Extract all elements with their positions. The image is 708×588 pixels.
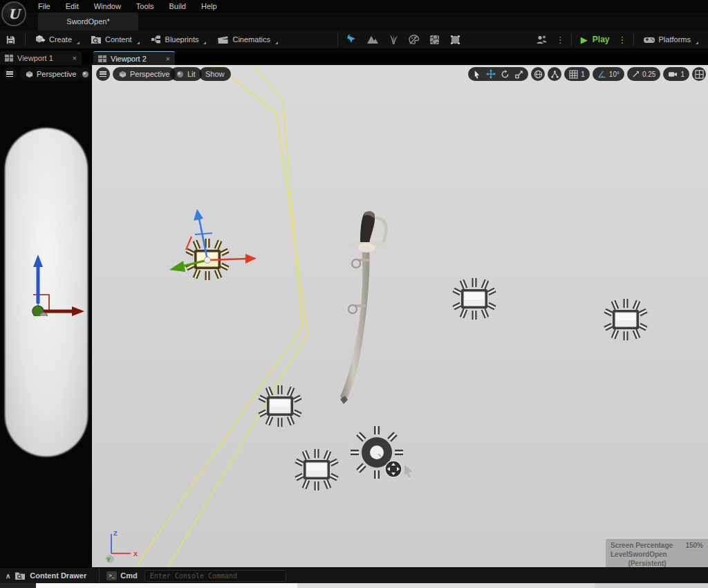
viewport2-menu-button[interactable] <box>96 67 110 81</box>
rect-light-icon[interactable] <box>294 447 339 493</box>
sword-mesh[interactable] <box>335 208 398 408</box>
menu-build[interactable]: Build <box>162 1 194 12</box>
transform-tools-group <box>468 67 528 81</box>
quad-view-button[interactable] <box>692 67 706 81</box>
unreal-editor-window: U File Edit Window Tools Build Help Swor… <box>0 0 708 588</box>
dropdown-corner-icon <box>696 42 698 44</box>
menu-help[interactable]: Help <box>194 1 225 12</box>
viewport-tab-strip: Viewport 1 × Viewport 2 × <box>0 51 708 65</box>
mode-foliage-button[interactable] <box>383 31 404 48</box>
menu-window[interactable]: Window <box>86 1 129 12</box>
content-drawer-button[interactable]: ∧ Content Drawer <box>0 571 92 580</box>
grid-snap-button[interactable]: 1 <box>564 67 590 81</box>
viewport2-perspective-button[interactable]: Perspective <box>113 67 176 81</box>
menu-tools[interactable]: Tools <box>129 1 162 12</box>
menu-file[interactable]: File <box>30 1 58 12</box>
play-label: Play <box>593 35 610 44</box>
selected-rect-light-with-gizmo[interactable] <box>156 206 259 310</box>
mode-fracture-button[interactable] <box>425 31 445 48</box>
console-command-input[interactable] <box>145 570 286 582</box>
unreal-logo-icon[interactable]: U <box>1 1 26 26</box>
close-icon[interactable]: × <box>73 54 77 62</box>
menu-edit[interactable]: Edit <box>58 1 86 12</box>
level-label: Level <box>611 550 628 567</box>
viewport-1-panel[interactable]: Perspective <box>0 65 92 567</box>
hamburger-icon <box>100 71 106 77</box>
viewport2-perspective-label: Perspective <box>130 70 169 78</box>
select-tool-icon[interactable] <box>473 70 481 79</box>
surface-snap-button[interactable] <box>548 67 561 81</box>
main-toolbar: Create Content Blueprints <box>0 30 708 50</box>
sword-knucklebow <box>373 217 388 244</box>
camera-speed-button[interactable]: 1 <box>663 67 689 81</box>
multi-user-icon <box>536 35 548 45</box>
viewport2-toolbar: 1 10° 0.25 <box>468 67 706 81</box>
play-button[interactable]: ▶ Play <box>575 31 615 48</box>
dropdown-corner-icon <box>137 42 140 44</box>
sword-scabbard <box>340 246 369 401</box>
mode-landscape-button[interactable] <box>362 31 383 48</box>
viewport-2-panel[interactable]: Perspective Lit Show <box>92 65 708 567</box>
axis-y-label: Y <box>106 556 111 563</box>
scale-tool-icon[interactable] <box>514 70 523 79</box>
content-drawer-label: Content Drawer <box>30 571 86 580</box>
viewport1-perspective-button[interactable]: Perspective <box>19 67 82 81</box>
tab-viewport-2[interactable]: Viewport 2 × <box>93 51 175 65</box>
rect-light-icon[interactable] <box>451 276 497 322</box>
rotate-tool-icon[interactable] <box>501 70 510 79</box>
close-icon[interactable]: × <box>166 55 170 63</box>
axis-indicator: Z X Y <box>99 527 144 567</box>
hamburger-icon <box>6 71 13 77</box>
viewport-stats-overlay: Screen Percentage 150% Level SwordOpen (… <box>606 539 708 567</box>
rotation-snap-button[interactable]: 10° <box>593 67 624 81</box>
foliage-grass-icon <box>387 34 400 45</box>
content-button[interactable]: Content <box>85 31 145 48</box>
play-icon: ▶ <box>581 35 588 45</box>
content-folder-icon <box>91 35 102 44</box>
grid-snap-icon <box>569 70 578 79</box>
modeling-icon <box>449 34 461 46</box>
save-button[interactable] <box>0 31 21 48</box>
terminal-icon: >_ <box>106 571 117 580</box>
camera-speed-value: 1 <box>680 71 684 78</box>
tab-viewport-1[interactable]: Viewport 1 × <box>0 51 82 65</box>
viewport2-lit-button[interactable]: Lit <box>170 67 202 81</box>
move-tool-icon[interactable] <box>486 69 496 79</box>
mode-modeling-button[interactable] <box>445 31 466 48</box>
surface-snap-icon <box>550 70 559 79</box>
chevron-up-icon: ∧ <box>6 572 10 580</box>
multi-user-options-kebab[interactable]: ⋮ <box>553 35 568 45</box>
screen-percentage-value: 150% <box>685 541 703 550</box>
platforms-button[interactable]: Platforms <box>637 31 704 48</box>
platforms-label: Platforms <box>659 35 691 44</box>
drag-move-badge-icon <box>385 461 402 477</box>
point-light-icon[interactable] <box>349 425 421 490</box>
viewport1-transform-gizmo[interactable] <box>6 250 92 316</box>
mode-select-button[interactable] <box>342 31 362 48</box>
world-coordinate-button[interactable] <box>531 67 545 81</box>
rect-light-icon[interactable] <box>257 383 303 429</box>
blueprints-button[interactable]: Blueprints <box>145 31 212 48</box>
play-options-kebab[interactable]: ⋮ <box>615 35 630 45</box>
viewport1-lit-button[interactable] <box>78 67 92 81</box>
perspective-cube-icon <box>119 71 127 78</box>
asset-tab-row: SwordOpen* <box>0 12 708 30</box>
level-tab-swordopen[interactable]: SwordOpen* <box>38 12 138 30</box>
cinematics-button[interactable]: Cinematics <box>212 31 283 48</box>
viewport2-show-button[interactable]: Show <box>199 67 231 81</box>
multi-user-button[interactable] <box>530 31 553 48</box>
cmd-button[interactable]: >_ Cmd <box>106 571 137 580</box>
create-label: Create <box>49 35 72 44</box>
viewport2-lit-label: Lit <box>187 70 196 78</box>
create-button[interactable]: Create <box>29 31 85 48</box>
mode-meshpaint-button[interactable] <box>404 31 425 48</box>
scale-snap-icon <box>632 71 640 78</box>
axis-z-label: Z <box>113 530 118 537</box>
bottom-edge-strip <box>0 583 708 588</box>
rect-light-icon[interactable] <box>603 297 649 342</box>
cinematics-clapper-icon <box>217 35 229 44</box>
scale-snap-button[interactable]: 0.25 <box>627 67 660 81</box>
sword-ring <box>348 305 357 313</box>
blueprints-label: Blueprints <box>165 35 199 44</box>
viewport1-menu-button[interactable] <box>3 67 17 81</box>
